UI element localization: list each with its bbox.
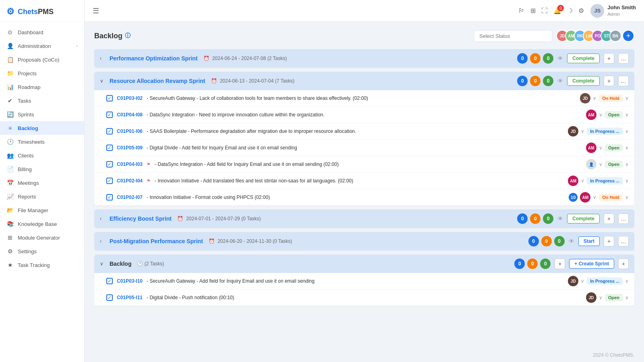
- status-select[interactable]: [474, 30, 552, 42]
- sprint-add-btn[interactable]: +: [604, 213, 614, 224]
- task-assign-chevron[interactable]: ∨: [599, 145, 603, 151]
- sprint-complete-btn[interactable]: Complete: [567, 54, 600, 63]
- task-checkbox[interactable]: ✓: [106, 294, 113, 301]
- task-assign-chevron[interactable]: ∨: [599, 295, 603, 300]
- sidebar-item-file-manager[interactable]: 📂 File Manager: [0, 203, 84, 217]
- task-assign-chevron[interactable]: ∨: [581, 278, 584, 284]
- clients-icon: 👥: [6, 152, 14, 159]
- task-checkbox[interactable]: ✓: [106, 95, 113, 101]
- task-assign-chevron[interactable]: ∨: [593, 194, 596, 200]
- sidebar-item-reports[interactable]: 📈 Reports: [0, 190, 84, 203]
- sidebar-item-timesheets[interactable]: 🕐 Timesheets: [0, 135, 84, 149]
- sidebar-item-meetings[interactable]: 📅 Meetings: [0, 176, 84, 190]
- settings-icon[interactable]: ⚙: [578, 7, 584, 14]
- task-assign-chevron[interactable]: ∨: [581, 178, 584, 184]
- sidebar-item-projects[interactable]: 📁 Projects: [0, 66, 84, 80]
- task-checkbox[interactable]: ✓: [106, 178, 113, 184]
- status-chevron[interactable]: ∨: [625, 161, 629, 167]
- backlog-more-btn[interactable]: +: [618, 259, 629, 269]
- task-checkbox[interactable]: ✓: [106, 112, 113, 118]
- sprint-add-btn[interactable]: +: [604, 53, 614, 64]
- task-id[interactable]: C01P02-I07: [117, 194, 143, 200]
- sidebar-item-module-generator[interactable]: ⊞ Module Generator: [0, 231, 84, 244]
- info-icon[interactable]: ⓘ: [125, 32, 130, 39]
- user-profile[interactable]: JS John Smith Admin: [590, 4, 636, 18]
- task-checkbox[interactable]: ✓: [106, 278, 113, 284]
- darkmode-icon[interactable]: ☽: [567, 7, 573, 14]
- logo[interactable]: ⚙ ChetsPMS: [0, 0, 84, 22]
- sprint-header-sprint1[interactable]: › Performance Optimization Sprint ⏰ 2024…: [94, 49, 634, 68]
- task-assign-chevron[interactable]: ∨: [581, 128, 584, 134]
- sidebar-item-sprints[interactable]: 🔄 Sprints: [0, 108, 84, 121]
- sprint-start-btn[interactable]: Start: [578, 236, 600, 246]
- sidebar-item-clients[interactable]: 👥 Clients: [0, 149, 84, 162]
- task-checkbox[interactable]: ✓: [106, 161, 113, 168]
- task-checkbox[interactable]: ✓: [106, 194, 113, 201]
- status-chevron[interactable]: ∨: [625, 295, 629, 300]
- sprint-header-sprint3[interactable]: › Efficiency Boost Sprint ⏰ 2024-07-01 -…: [94, 209, 634, 228]
- status-chevron[interactable]: ∨: [625, 128, 629, 134]
- sprint-more-btn[interactable]: …: [618, 236, 629, 246]
- sprint-more-btn[interactable]: …: [618, 53, 629, 64]
- status-chevron[interactable]: ∨: [625, 178, 629, 184]
- task-id[interactable]: C01P04-I03: [117, 161, 143, 167]
- proposals-icon: 📋: [6, 56, 14, 63]
- user-avatar: JS: [590, 4, 604, 18]
- task-id[interactable]: C01P04-I08: [117, 112, 143, 118]
- task-assign-chevron[interactable]: ∨: [599, 112, 603, 118]
- task-avatar: AM: [568, 176, 578, 186]
- task-id[interactable]: C01P05-I11: [117, 295, 143, 300]
- grid-icon[interactable]: ⊞: [530, 7, 536, 14]
- eye-icon[interactable]: 👁: [557, 55, 563, 62]
- sidebar-item-proposals[interactable]: 📋 Proposals (CoCo): [0, 53, 84, 66]
- reports-icon: 📈: [6, 193, 14, 200]
- flag-icon[interactable]: 🏳: [518, 7, 525, 14]
- sprint-more-btn[interactable]: …: [618, 76, 629, 86]
- sprint-complete-btn[interactable]: Complete: [567, 76, 600, 86]
- eye-icon[interactable]: 👁: [557, 215, 563, 222]
- expand-icon[interactable]: ⛶: [541, 7, 548, 14]
- sidebar-item-roadmap[interactable]: 📊 Roadmap: [0, 80, 84, 94]
- status-chevron[interactable]: ∨: [625, 112, 629, 118]
- sprint-complete-btn[interactable]: Complete: [567, 214, 600, 223]
- sidebar-item-backlog[interactable]: ≡ Backlog: [0, 121, 84, 135]
- sidebar-item-task-tracking[interactable]: ★ Task Tracking: [0, 258, 84, 272]
- sprint-header-sprint2[interactable]: ∨ Resource Allocation Revamp Sprint ⏰ 20…: [94, 72, 634, 90]
- sprint-title: Efficiency Boost Sprint: [110, 215, 172, 222]
- eye-icon[interactable]: 👁: [557, 78, 563, 84]
- backlog-add-btn[interactable]: +: [555, 259, 565, 269]
- backlog-section-header[interactable]: ∨ Backlog 🕐 (2 Tasks) 0 0 0 + + Create S…: [94, 254, 634, 273]
- status-chevron[interactable]: ∨: [625, 194, 629, 200]
- task-id[interactable]: C01P02-I04: [117, 178, 143, 184]
- eye-icon[interactable]: 👁: [569, 238, 574, 244]
- add-member-button[interactable]: +: [622, 30, 634, 42]
- task-id[interactable]: C01P03-I02: [117, 95, 143, 101]
- status-chevron[interactable]: ∨: [625, 278, 629, 284]
- notification-icon[interactable]: 🔔 0: [553, 7, 561, 14]
- create-sprint-button[interactable]: + Create Sprint: [569, 259, 614, 269]
- sidebar-item-tasks[interactable]: ✔ Tasks: [0, 94, 84, 108]
- sidebar-item-billing[interactable]: 📄 Billing: [0, 162, 84, 176]
- task-id[interactable]: C01P05-I09: [117, 145, 143, 151]
- sidebar-item-dashboard[interactable]: ⊙ Dashboard: [0, 25, 84, 39]
- sprint-more-btn[interactable]: …: [618, 213, 629, 224]
- task-assign-chevron[interactable]: ∨: [593, 95, 596, 101]
- task-assign-chevron[interactable]: ∨: [599, 161, 603, 167]
- task-description: - Innovation Initiative - Format code us…: [147, 194, 565, 200]
- sidebar-item-administration[interactable]: 👤 Administration ›: [0, 39, 84, 53]
- sidebar-label-settings: Settings: [18, 248, 37, 254]
- sprint-header-sprint4[interactable]: › Post-Migration Performance Sprint ⏰ 20…: [94, 232, 634, 250]
- task-id[interactable]: C01P03-I10: [117, 278, 143, 284]
- sidebar-item-settings[interactable]: ⚙ Settings: [0, 244, 84, 258]
- sidebar-item-knowledge-base[interactable]: 📚 Knowledge Base: [0, 217, 84, 231]
- sprint-add-btn[interactable]: +: [604, 236, 614, 246]
- status-chevron[interactable]: ∨: [625, 145, 629, 151]
- sprint-add-btn[interactable]: +: [604, 76, 614, 86]
- task-checkbox[interactable]: ✓: [106, 128, 113, 134]
- task-id[interactable]: C01P01-I06: [117, 128, 143, 134]
- task-row: ✓ C01P03-I02 - SecureAuth Gateway - Lack…: [94, 90, 634, 107]
- task-badge-num: 10: [569, 193, 578, 202]
- status-chevron[interactable]: ∨: [625, 95, 629, 101]
- task-checkbox[interactable]: ✓: [106, 145, 113, 151]
- hamburger-menu[interactable]: ☰: [93, 6, 99, 15]
